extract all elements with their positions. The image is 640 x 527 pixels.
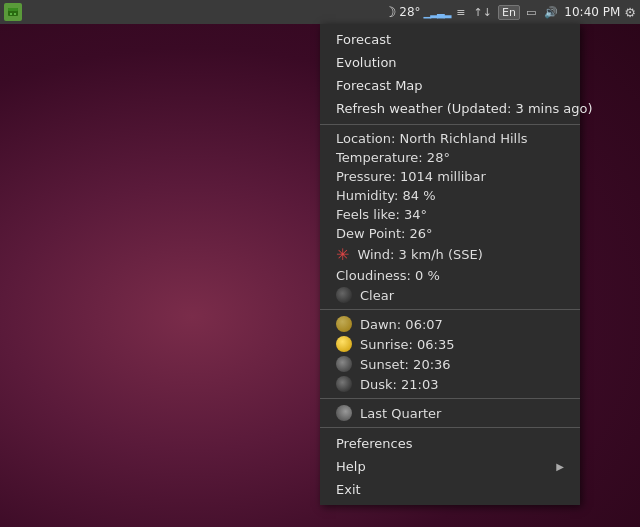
refresh-label: Refresh weather (Updated: 3 mins ago) [336, 101, 593, 116]
info-wind: ✳ Wind: 3 km/h (SSE) [320, 243, 580, 266]
info-pressure: Pressure: 1014 millibar [320, 167, 580, 186]
moon-phase-icon [336, 405, 352, 421]
temperature-display: 28° [399, 5, 420, 19]
info-dawn: Dawn: 06:07 [320, 314, 580, 334]
exit-label: Exit [336, 482, 361, 497]
separator-1 [320, 124, 580, 125]
condition-icon [336, 287, 352, 303]
keyboard-layout-indicator[interactable]: En [498, 5, 520, 20]
dawn-icon [336, 316, 352, 332]
svg-rect-1 [8, 8, 18, 11]
menu-item-forecast[interactable]: Forecast [320, 28, 580, 51]
taskbar: ☽ 28° ▁▂▃▂ ≡ ↑↓ En ▭ 🔊 10:40 PM ⚙ [0, 0, 640, 24]
weather-dropdown-menu: Forecast Evolution Forecast Map Refresh … [320, 24, 580, 505]
dusk-icon [336, 376, 352, 392]
menu-icon[interactable]: ≡ [454, 6, 467, 19]
menu-item-exit[interactable]: Exit [320, 478, 580, 501]
info-dew-point: Dew Point: 26° [320, 224, 580, 243]
wind-compass-icon: ✳ [336, 245, 349, 264]
sunset-icon [336, 356, 352, 372]
info-humidity: Humidity: 84 % [320, 186, 580, 205]
menu-item-evolution[interactable]: Evolution [320, 51, 580, 74]
menu-item-refresh[interactable]: Refresh weather (Updated: 3 mins ago) [320, 97, 580, 120]
info-moon-phase: Last Quarter [320, 403, 580, 423]
evolution-label: Evolution [336, 55, 397, 70]
menu-item-preferences[interactable]: Preferences [320, 432, 580, 455]
info-cloudiness: Cloudiness: 0 % [320, 266, 580, 285]
info-feels-like: Feels like: 34° [320, 205, 580, 224]
svg-rect-2 [10, 13, 12, 15]
taskbar-right: ☽ 28° ▁▂▃▂ ≡ ↑↓ En ▭ 🔊 10:40 PM ⚙ [384, 4, 636, 20]
submenu-arrow-icon: ▶ [556, 461, 564, 472]
settings-icon[interactable]: ⚙ [624, 5, 636, 20]
svg-rect-3 [14, 13, 16, 15]
menu-item-forecast-map[interactable]: Forecast Map [320, 74, 580, 97]
separator-4 [320, 427, 580, 428]
network-icon: ↑↓ [472, 6, 494, 19]
info-sunrise: Sunrise: 06:35 [320, 334, 580, 354]
menu-item-help[interactable]: Help ▶ [320, 455, 580, 478]
help-label: Help [336, 459, 366, 474]
separator-3 [320, 398, 580, 399]
clock-display: 10:40 PM [564, 5, 620, 19]
weather-indicator[interactable]: ☽ 28° ▁▂▃▂ [384, 4, 451, 20]
info-location: Location: North Richland Hills [320, 129, 580, 148]
info-dusk: Dusk: 21:03 [320, 374, 580, 394]
moon-crescent-icon: ☽ [384, 4, 397, 20]
app-icon[interactable] [4, 3, 22, 21]
forecast-map-label: Forecast Map [336, 78, 423, 93]
sunrise-icon [336, 336, 352, 352]
separator-2 [320, 309, 580, 310]
forecast-label: Forecast [336, 32, 391, 47]
preferences-label: Preferences [336, 436, 412, 451]
chart-icon: ▁▂▃▂ [424, 7, 451, 18]
info-condition: Clear [320, 285, 580, 305]
battery-icon: ▭ [524, 6, 538, 19]
info-temperature: Temperature: 28° [320, 148, 580, 167]
taskbar-left [4, 3, 22, 21]
info-sunset: Sunset: 20:36 [320, 354, 580, 374]
volume-icon: 🔊 [542, 6, 560, 19]
